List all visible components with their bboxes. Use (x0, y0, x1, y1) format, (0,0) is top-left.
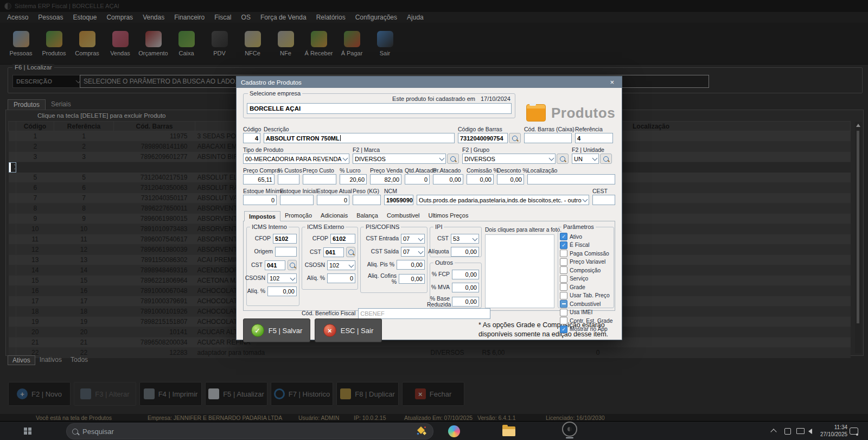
column-header-cod-barras[interactable]: Cód. Barras (114, 122, 195, 131)
estoque-inicial-field[interactable] (280, 195, 314, 205)
menu-configuracoes[interactable]: Configurações (350, 14, 402, 21)
f8-duplicar-button[interactable]: F8 | Duplicar (336, 382, 399, 406)
aliq-pis-field[interactable]: 0,00 (397, 260, 425, 270)
icmsint-aliq-field[interactable]: 0,00 (267, 286, 297, 296)
pis-cst-entrada-select[interactable]: 07 (401, 234, 425, 244)
param-paga-comissao[interactable]: Paga Comissão (560, 250, 612, 257)
f7-historico-button[interactable]: F7 | Historico (271, 382, 333, 406)
tab-seriais[interactable]: Seriais (46, 99, 76, 110)
fechar-button[interactable]: × Fechar (402, 382, 464, 406)
tipo-produto-select[interactable]: 00-MERCADORIA PARA REVENDA (243, 154, 349, 164)
pis-cst-saida-select[interactable]: 07 (401, 247, 425, 257)
tab-ativos[interactable]: Ativos (8, 355, 35, 365)
param-preco-variavel[interactable]: Preço Variavel (560, 258, 612, 266)
grupo-select[interactable]: DIVERSOS (462, 154, 556, 164)
tax-tab-balanca[interactable]: Balança (352, 211, 382, 221)
cest-field[interactable] (592, 195, 615, 205)
tray-app-button[interactable] (784, 422, 791, 440)
icmsint-cst-field[interactable]: 041 (265, 260, 285, 270)
table-row[interactable]: 447312040090754ABSOLUT CITRON 750ML (9, 162, 16, 173)
locator-field-select[interactable]: DESCRIÇÃO (12, 75, 84, 88)
custos-pct-field[interactable] (278, 174, 299, 184)
menu-estoque[interactable]: Estoque (68, 14, 101, 21)
icmsext-cfop-field[interactable]: 6102 (330, 234, 355, 244)
ncm-field[interactable]: 19059090 (384, 195, 413, 205)
menu-relatorios[interactable]: Relatórios (311, 14, 350, 21)
clock-button[interactable]: 11:34 27/10/2025 (820, 422, 847, 440)
marca-search-button[interactable] (447, 154, 459, 164)
unidade-select[interactable]: UN (572, 154, 599, 164)
param-mostrar-no-app[interactable]: ✓ Mostrar no App (560, 326, 612, 333)
icmsint-cst-search-button[interactable] (288, 260, 297, 270)
vertical-scrollbar[interactable] (855, 122, 861, 353)
tax-tab-combustivel[interactable]: Combustivel (382, 211, 424, 221)
param-usa-imei[interactable]: Usa IMEI (560, 309, 612, 316)
product-photo[interactable] (485, 234, 554, 308)
menu-compras[interactable]: Compras (101, 14, 138, 21)
menu-vendas[interactable]: Vendas (138, 14, 169, 21)
estoque-atual-field[interactable]: 0 (317, 195, 349, 205)
peso-kg-field[interactable] (353, 195, 381, 205)
lucro-pct-field[interactable]: 20,60 (340, 174, 367, 184)
tax-tab-adicionais[interactable]: Adicionais (316, 211, 352, 221)
toolbar-nfce[interactable]: NFCe (236, 23, 269, 64)
file-explorer-button[interactable] (502, 422, 515, 440)
f2-novo-button[interactable]: + F2 | Novo (8, 382, 71, 406)
toolbar-nfe[interactable]: NFe (269, 23, 302, 64)
grupo-search-button[interactable] (557, 154, 569, 164)
preco-compra-field[interactable]: 65,11 (243, 174, 275, 184)
unidade-search-button[interactable] (600, 154, 612, 164)
mva-pct-field[interactable]: 0,00 (452, 283, 479, 292)
tray-chevron-button[interactable] (771, 422, 776, 440)
menu-financeiro[interactable]: Financeiro (169, 14, 209, 21)
f4-imprimir-button[interactable]: F4 | Imprimir (139, 382, 202, 406)
ipi-cst-select[interactable]: 53 (451, 234, 479, 244)
erp-app-button[interactable] (562, 422, 577, 440)
codigo-barras-search-button[interactable] (509, 133, 521, 143)
start-button[interactable] (24, 422, 31, 440)
tab-todos[interactable]: Todos (66, 355, 92, 365)
exit-button[interactable]: × ESC | Sair (315, 318, 382, 342)
scroll-up-icon[interactable] (856, 124, 860, 127)
barras-caixa-field[interactable] (524, 133, 572, 143)
ncm-descricao-select[interactable]: Outs.prods.de padaria,pastelaria,inds.de… (417, 195, 589, 205)
tax-tab-ultimos-precos[interactable]: Ultimos Preços (424, 211, 473, 221)
estoque-minimo-field[interactable]: 0 (243, 195, 277, 205)
toolbar-produtos[interactable]: Produtos (37, 23, 71, 64)
toolbar-vendas[interactable]: Vendas (104, 23, 137, 64)
qtd-atacado-field[interactable]: 0 (405, 174, 430, 184)
tax-tab-impostos[interactable]: Impostos (244, 211, 280, 221)
base-reduzida-pct-field[interactable]: 0,00 (452, 297, 479, 307)
desconto-pct-field[interactable]: 0,00 (497, 174, 524, 184)
column-header-localizacao[interactable]: Localização (602, 122, 851, 131)
toolbar-a-receber[interactable]: Á Receber (302, 23, 335, 64)
menu-fiscal[interactable]: Fiscal (209, 14, 236, 21)
copilot-button[interactable] (448, 422, 460, 440)
icmsext-aliq-field[interactable]: 0 (327, 273, 355, 283)
tax-tab-promocao[interactable]: Promoção (280, 211, 316, 221)
icmsext-cst-search-button[interactable] (346, 247, 355, 257)
param-ativo[interactable]: ✓ Ativo (560, 233, 612, 240)
pr-atacado-field[interactable]: 0,00 (433, 174, 463, 184)
close-icon[interactable]: × (607, 78, 617, 86)
localizacao-field[interactable] (527, 174, 615, 184)
toolbar-a-pagar[interactable]: Á Pagar (335, 23, 368, 64)
column-header-referencia[interactable]: Referência (54, 122, 114, 131)
aliq-cofins-field[interactable]: 0,00 (399, 274, 425, 284)
network-button[interactable] (796, 422, 805, 440)
fcp-pct-field[interactable]: 0,00 (452, 270, 479, 279)
ipi-aliquota-field[interactable]: 0,00 (451, 247, 479, 257)
param-composicao[interactable]: Composição (560, 266, 612, 274)
icmsext-csosn-select[interactable]: 102 (327, 260, 355, 270)
descricao-field[interactable]: ABSOLUT CITRON 750ML (264, 133, 455, 143)
column-header-codigo[interactable]: Código (16, 122, 54, 131)
param-usar-tab-preco[interactable]: Usar Tab. Preço (560, 292, 612, 299)
toolbar-compras[interactable]: Compras (71, 23, 104, 64)
param-contr-est-grade[interactable]: Contr. Est. Grade (560, 317, 612, 324)
beneficio-field[interactable]: CBENEF (358, 308, 490, 319)
company-field[interactable]: BORCELLE AÇAI (247, 103, 512, 114)
taskbar-search[interactable]: Pesquisar (66, 423, 433, 439)
save-button[interactable]: ✓ F5 | Salvar (243, 318, 310, 342)
preco-custo-field[interactable] (303, 174, 336, 184)
param-grade[interactable]: Grade (560, 283, 612, 291)
